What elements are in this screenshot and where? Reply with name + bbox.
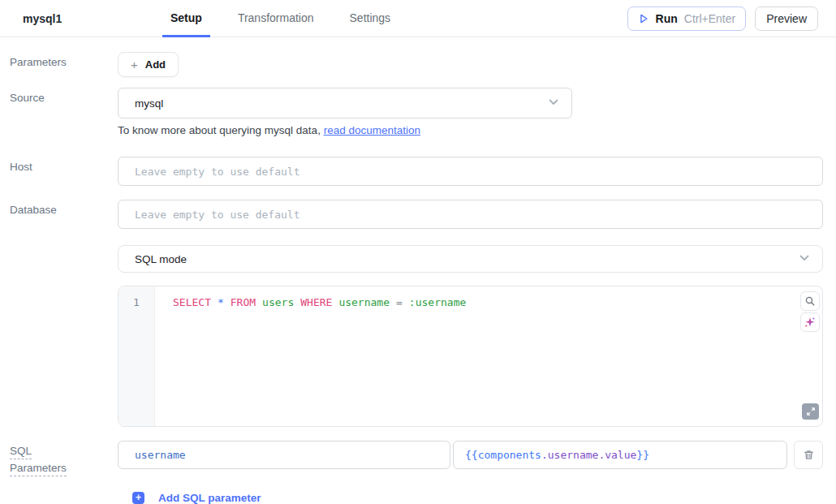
delete-parameter-button[interactable] <box>794 441 823 469</box>
add-parameter-label: Add <box>145 58 166 71</box>
sql-parameters-row: SQL Parameters username {{components.use… <box>0 441 836 479</box>
template-open-brace: {{ <box>465 449 478 461</box>
add-sql-parameter-label: Add SQL parameter <box>158 492 261 504</box>
tab-settings[interactable]: Settings <box>342 0 399 37</box>
sql-parameter-row: username {{components.username.value}} <box>118 441 823 469</box>
sql-parameters-label: SQL Parameters <box>0 441 118 479</box>
sql-identifier: username <box>338 296 390 308</box>
chevron-down-icon <box>798 252 811 267</box>
add-parameter-button[interactable]: + Add <box>118 52 179 77</box>
source-label: Source <box>0 88 118 136</box>
query-title[interactable]: mysql1 <box>23 12 62 25</box>
sql-bind-variable: :username <box>409 296 466 308</box>
database-label: Database <box>0 200 118 229</box>
chevron-down-icon <box>547 96 560 111</box>
editor-toolbar <box>800 291 820 332</box>
tab-setup[interactable]: Setup <box>162 0 210 37</box>
template-variable: components <box>478 449 541 461</box>
sql-identifier: users <box>262 296 294 308</box>
sql-keyword: WHERE <box>300 296 332 308</box>
sql-code-editor[interactable]: 1 SELECT*FROMusersWHEREusername=:usernam… <box>118 286 823 427</box>
preview-button[interactable]: Preview <box>755 6 818 31</box>
sql-parameters-label-line2: Parameters <box>10 462 67 476</box>
host-label: Host <box>0 157 118 186</box>
expand-icon <box>806 407 816 416</box>
sql-mode-select[interactable]: SQL mode <box>118 245 823 273</box>
host-input[interactable] <box>118 157 823 186</box>
run-shortcut: Ctrl+Enter <box>684 12 735 25</box>
plus-icon: + <box>131 58 138 71</box>
source-select[interactable]: mysql <box>118 88 572 118</box>
database-input[interactable] <box>118 200 823 229</box>
header-actions: Run Ctrl+Enter Preview <box>627 6 818 31</box>
sql-mode-row: SQL mode <box>0 245 836 273</box>
template-property-path: .username.value <box>541 449 636 461</box>
expand-editor-button[interactable] <box>802 403 819 420</box>
sql-mode-selected-value: SQL mode <box>135 253 187 265</box>
sql-star: * <box>218 296 224 308</box>
help-text: To know more about querying mysql data, <box>118 124 324 136</box>
play-icon <box>638 13 649 24</box>
line-number: 1 <box>119 296 154 308</box>
tab-transformation[interactable]: Transformation <box>230 0 322 37</box>
ai-assist-button[interactable] <box>800 312 820 332</box>
host-row: Host <box>0 157 836 186</box>
source-row: Source mysql To know more about querying… <box>0 88 836 136</box>
code-area[interactable]: SELECT*FROMusersWHEREusername=:username <box>155 286 822 426</box>
parameter-value-input[interactable]: {{components.username.value}} <box>453 441 787 469</box>
sql-keyword: FROM <box>231 296 256 308</box>
trash-icon <box>803 449 815 461</box>
run-button[interactable]: Run Ctrl+Enter <box>627 6 747 31</box>
read-documentation-link[interactable]: read documentation <box>324 124 420 136</box>
sql-operator: = <box>396 296 403 308</box>
header: mysql1 Setup Transformation Settings Run… <box>0 0 836 37</box>
sparkles-icon <box>804 316 817 329</box>
sql-keyword: SELECT <box>173 296 211 308</box>
search-icon <box>804 295 816 307</box>
source-help-text: To know more about querying mysql data, … <box>118 124 823 136</box>
source-selected-value: mysql <box>135 97 163 110</box>
editor-gutter: 1 <box>119 286 155 426</box>
sql-parameters-label-line1: SQL <box>10 445 32 459</box>
tab-bar: Setup Transformation Settings <box>162 0 399 37</box>
database-row: Database <box>0 200 836 229</box>
search-button[interactable] <box>800 291 820 311</box>
parameters-label: Parameters <box>0 52 118 77</box>
run-label: Run <box>656 12 678 25</box>
add-sql-parameter-button[interactable]: + Add SQL parameter <box>118 492 823 504</box>
add-sql-parameter-row: + Add SQL parameter <box>0 492 836 504</box>
parameters-row: Parameters + Add <box>0 52 836 77</box>
plus-square-icon: + <box>132 492 144 504</box>
query-editor-panel: mysql1 Setup Transformation Settings Run… <box>0 0 836 504</box>
code-editor-row: 1 SELECT*FROMusersWHEREusername=:usernam… <box>0 286 836 427</box>
template-close-brace: }} <box>636 449 649 461</box>
parameter-key-input[interactable]: username <box>118 441 450 469</box>
